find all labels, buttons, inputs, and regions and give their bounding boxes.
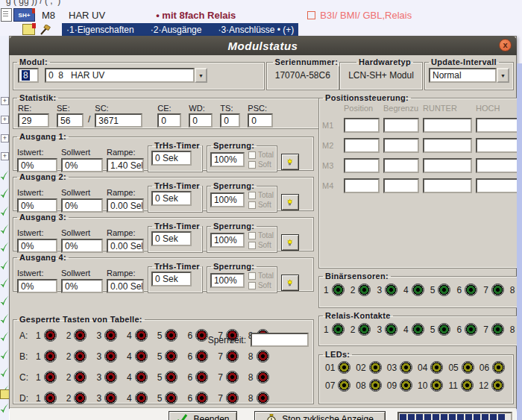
led-item: 6 — [456, 283, 477, 296]
led-indicator — [74, 329, 87, 342]
rampe-field[interactable]: 1.40 Sek — [107, 158, 144, 172]
col-runter: RUNTER — [423, 104, 472, 113]
istwert-field[interactable]: 0% — [17, 158, 57, 172]
modul-group: Modul: 8 0 8 HAR UV ▼ — [13, 57, 265, 90]
soft-checkbox — [248, 282, 256, 289]
re-field[interactable]: 29 — [18, 113, 49, 128]
stopwatch-icon — [266, 414, 277, 420]
led-indicator — [74, 371, 87, 383]
sollwert-field[interactable]: 0% — [61, 158, 103, 172]
sc-field[interactable]: 3671 — [95, 113, 142, 128]
lamp-button[interactable] — [281, 154, 299, 170]
m4-position-field[interactable] — [344, 178, 380, 193]
lamp-button[interactable] — [281, 194, 299, 210]
sollwert-field[interactable]: 0% — [61, 239, 103, 253]
close-icon[interactable]: x — [499, 39, 512, 51]
m3-hoch-field[interactable] — [476, 158, 522, 173]
sperrzeit-field[interactable] — [251, 333, 309, 347]
green-check-icon — [0, 331, 9, 343]
hammer-icon — [38, 25, 51, 35]
led-indicator — [491, 379, 504, 392]
modul-number-field[interactable]: 8 — [18, 68, 39, 83]
tab-ausgaenge[interactable]: ·2·Ausgänge — [151, 25, 202, 35]
col-position: Position — [344, 104, 380, 113]
led-indicator — [165, 392, 177, 404]
m2-hoch-field[interactable] — [476, 138, 522, 153]
m3-runter-field[interactable] — [423, 158, 472, 173]
istwert-field[interactable]: 0% — [17, 239, 57, 253]
m4-begrenzung-field[interactable] — [383, 178, 419, 193]
trhs-field[interactable]: 0 Sek — [151, 231, 192, 246]
tree-expand-icon[interactable]: + — [1, 152, 9, 160]
tree-expand-icon[interactable]: + — [1, 116, 9, 124]
modul-select[interactable]: 0 8 HAR UV ▼ — [45, 68, 207, 83]
se-field[interactable]: 56 — [57, 113, 84, 128]
m4-runter-field[interactable] — [423, 178, 472, 193]
led-indicator — [165, 350, 177, 363]
sperrung-field[interactable]: 100% — [210, 273, 245, 288]
led-number: 7 — [218, 372, 223, 383]
led-number: 4 — [127, 372, 132, 383]
dialog-titlebar[interactable]: Modulstatus x — [9, 36, 517, 55]
stop-zyklische-anzeige-button[interactable]: Stop zyklische Anzeige — [254, 411, 386, 420]
led-item: 2 — [66, 350, 87, 363]
m1-begrenzung-field[interactable] — [383, 118, 419, 133]
trhs-field[interactable]: 0 Sek — [151, 151, 192, 166]
led-item: 12 — [479, 379, 504, 392]
m1-position-field[interactable] — [344, 118, 380, 133]
sperrung-label: Sperrung: — [211, 262, 257, 271]
sollwert-field[interactable]: 0% — [61, 279, 103, 293]
tab-eigenschaften[interactable]: ·1·Eigenschaften — [66, 25, 134, 35]
update-intervall-select[interactable]: Normal ▼ — [429, 68, 509, 83]
led-item: 09 — [387, 379, 412, 392]
chevron-down-icon[interactable]: ▼ — [195, 68, 207, 83]
trhs-field[interactable]: 0 Sek — [151, 191, 192, 206]
m2-position-field[interactable] — [344, 138, 380, 153]
trhs-label: TrHs-Timer — [152, 222, 202, 231]
hardwaretyp-group: Hardwaretyp LCN-SH+ Modul — [339, 57, 423, 90]
led-number: 4 — [403, 285, 409, 295]
istwert-field[interactable]: 0% — [17, 198, 57, 213]
istwert-field[interactable]: 0% — [17, 279, 57, 293]
module-list-row[interactable]: SH+ M8 HAR UV • mit 8fach Relais B3I/ BM… — [0, 7, 522, 23]
trhs-field[interactable]: 0 Sek — [151, 272, 192, 286]
chevron-down-icon[interactable]: ▼ — [497, 68, 509, 83]
m3-position-field[interactable] — [344, 158, 380, 173]
lamp-button[interactable] — [281, 234, 299, 251]
m1-runter-field[interactable] — [423, 118, 472, 133]
led-number: 5 — [430, 285, 435, 295]
ce-field[interactable]: 0 — [157, 113, 181, 128]
tree-expand-icon[interactable]: + — [1, 97, 9, 105]
lamp-button[interactable] — [281, 275, 299, 291]
istwert-label: Istwert: — [17, 148, 57, 157]
ausgang1-group: Ausgang 1: Istwert:0% Sollwert0% Rampe:1… — [13, 132, 314, 171]
sperrung-field[interactable]: 100% — [210, 192, 245, 207]
sollwert-field[interactable]: 0% — [61, 198, 103, 213]
ts-field[interactable]: 0 — [220, 113, 240, 128]
sperrung-field[interactable]: 100% — [210, 233, 245, 248]
m4-hoch-field[interactable] — [476, 178, 522, 193]
rampe-field[interactable]: 0.00 Sek — [107, 198, 144, 213]
led-number: 7 — [218, 393, 223, 404]
row-label: B: — [19, 351, 36, 362]
sperrung-field[interactable]: 100% — [210, 152, 245, 167]
m3-begrenzung-field[interactable] — [383, 158, 419, 173]
rampe-field[interactable]: 0.00 Sek — [107, 239, 144, 253]
scrollbar-strip[interactable] — [517, 63, 522, 420]
trhs-label: TrHs-Timer — [152, 262, 202, 271]
property-tab-row: ·1·Eigenschaften ·2·Ausgänge ·3·Anschlüs… — [0, 23, 522, 36]
psc-field[interactable]: 0 — [248, 113, 273, 128]
wd-field[interactable]: 0 — [189, 113, 213, 128]
led-indicator — [369, 361, 382, 374]
led-number: 08 — [356, 380, 365, 391]
sperrzeit-label: Sperrzeit: — [208, 335, 246, 345]
m2-runter-field[interactable] — [423, 138, 472, 153]
tab-anschluesse[interactable]: ·3·Anschlüsse • (+) — [218, 25, 294, 35]
rampe-field[interactable]: 0.00 Sek — [107, 279, 144, 293]
m1-hoch-field[interactable] — [476, 118, 522, 133]
tree-expand-icon[interactable]: + — [1, 134, 9, 142]
beenden-button[interactable]: Beenden — [169, 411, 237, 420]
led-item: 3 — [96, 392, 117, 404]
m2-begrenzung-field[interactable] — [383, 138, 419, 153]
led-item: 1 — [36, 329, 57, 342]
